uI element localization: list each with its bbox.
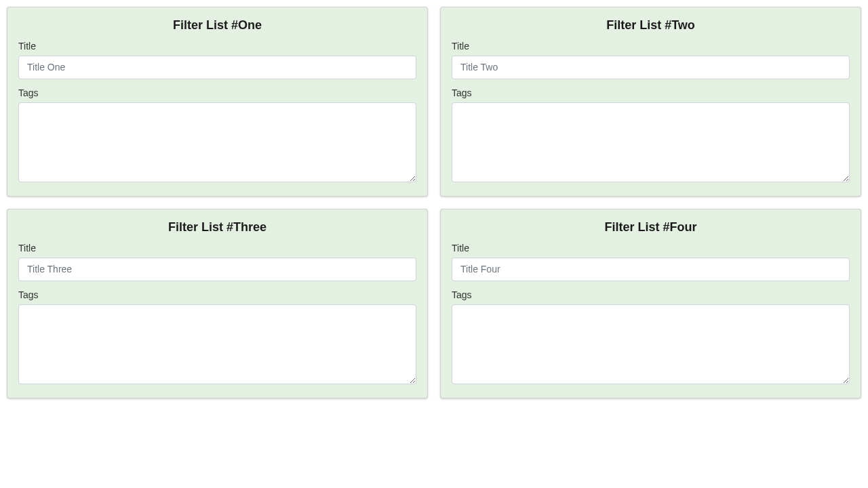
card-header: Filter List #Two — [452, 18, 850, 33]
tags-textarea[interactable] — [452, 304, 850, 384]
title-input[interactable] — [452, 56, 850, 79]
tags-label: Tags — [18, 289, 416, 300]
tags-textarea[interactable] — [452, 102, 850, 182]
title-label: Title — [18, 41, 416, 52]
title-input[interactable] — [452, 258, 850, 281]
title-group: Title — [18, 41, 416, 79]
tags-label: Tags — [18, 87, 416, 98]
title-input[interactable] — [18, 258, 416, 281]
title-group: Title — [452, 243, 850, 281]
card-header: Filter List #One — [18, 18, 416, 33]
filter-card-one: Filter List #One Title Tags — [7, 7, 428, 197]
filter-card-two: Filter List #Two Title Tags — [440, 7, 861, 197]
tags-label: Tags — [452, 87, 850, 98]
title-label: Title — [18, 243, 416, 253]
card-header: Filter List #Three — [18, 220, 416, 235]
card-header: Filter List #Four — [452, 220, 850, 235]
title-input[interactable] — [18, 56, 416, 79]
title-label: Title — [452, 41, 850, 52]
tags-textarea[interactable] — [18, 304, 416, 384]
tags-group: Tags — [452, 289, 850, 387]
tags-label: Tags — [452, 289, 850, 300]
tags-group: Tags — [452, 87, 850, 185]
tags-textarea[interactable] — [18, 102, 416, 182]
filter-card-four: Filter List #Four Title Tags — [440, 209, 861, 399]
filter-card-three: Filter List #Three Title Tags — [7, 209, 428, 399]
tags-group: Tags — [18, 289, 416, 387]
title-group: Title — [18, 243, 416, 281]
title-label: Title — [452, 243, 850, 253]
title-group: Title — [452, 41, 850, 79]
tags-group: Tags — [18, 87, 416, 185]
filter-list-grid: Filter List #One Title Tags Filter List … — [7, 7, 861, 399]
